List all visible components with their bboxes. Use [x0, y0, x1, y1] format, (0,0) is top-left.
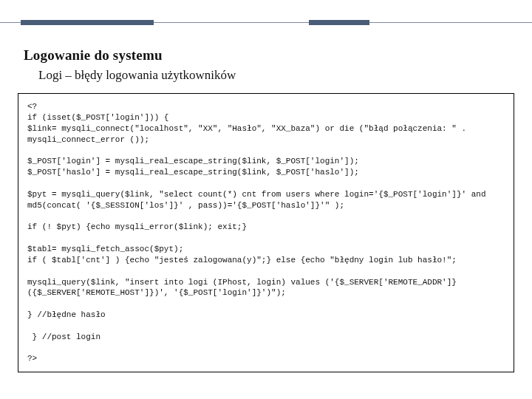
code-listing: <? if (isset($_POST['login'])) { $link= … [18, 93, 514, 372]
rule-thick-segment-left [21, 20, 154, 25]
top-decorative-rule [0, 0, 532, 30]
page-title: Logowanie do systemu [24, 47, 532, 64]
rule-thick-segment-right [309, 20, 369, 25]
page-subtitle: Logi – błędy logowania użytkowników [38, 68, 532, 83]
